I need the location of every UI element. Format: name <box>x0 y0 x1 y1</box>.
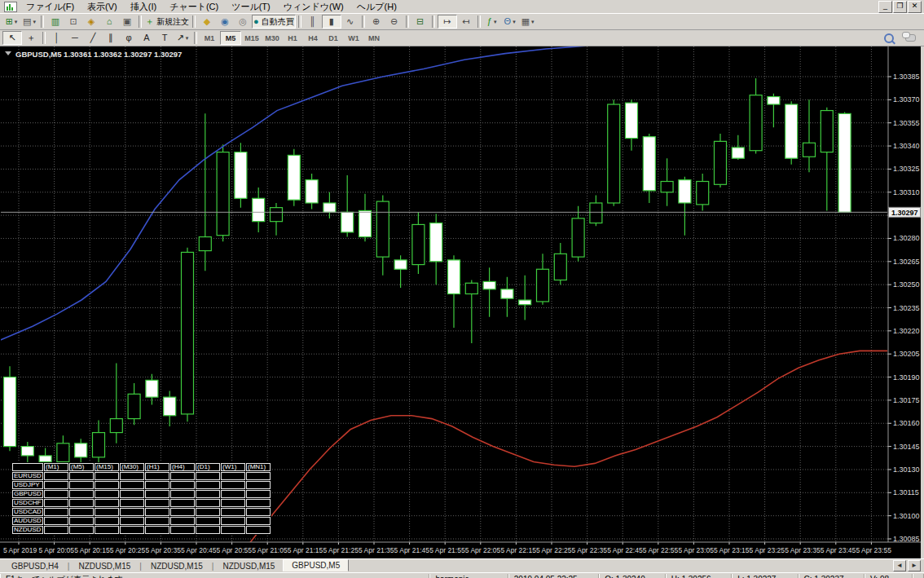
arrows-icon: ↗ <box>177 33 184 42</box>
metaeditor-button[interactable]: ◆ <box>198 15 216 29</box>
tile-windows-button[interactable]: ⊟ <box>411 15 429 29</box>
signals-icon: ◎ <box>239 17 247 26</box>
cursor-button[interactable]: ↖ <box>2 31 22 45</box>
arrows-button[interactable]: ↗▾ <box>174 31 191 45</box>
time-axis-label: 5 Apr 20:05 <box>39 546 75 554</box>
text-label-button[interactable]: T <box>156 31 174 45</box>
experts-button[interactable]: ◉ <box>216 15 234 29</box>
text-button[interactable]: A <box>138 31 156 45</box>
community-chat-icon[interactable] <box>905 34 916 42</box>
quote-table-row: EURUSD <box>12 472 271 480</box>
auto-trading-button[interactable]: ●自動売買 <box>252 15 296 29</box>
chart-shift-button[interactable]: ↤ <box>457 15 475 29</box>
toolbar-separator <box>194 32 197 44</box>
chart-window[interactable]: 1.303851.303701.303551.303401.303251.303… <box>0 46 921 558</box>
fibonacci-icon: φ <box>125 33 131 42</box>
window-controls: _ ❐ ✕ <box>878 1 924 13</box>
quote-table-cell <box>221 526 245 534</box>
quote-table-cell <box>170 481 195 489</box>
chart-tab-0[interactable]: GBPUSD,H4 <box>3 561 67 571</box>
menu-item-5[interactable]: ウィンドウ(W) <box>277 1 350 12</box>
candlestick-mode-button[interactable]: ▮ <box>322 15 341 29</box>
status-profile[interactable]: harmonic <box>429 574 508 578</box>
quote-table-cell <box>196 472 220 480</box>
vertical-line-button[interactable]: │ <box>48 31 66 45</box>
toolbar-separator <box>41 15 44 28</box>
navigator-button[interactable]: ◈ <box>82 15 100 29</box>
bar-chart-mode-button[interactable]: ║ <box>304 15 322 29</box>
menu-item-3[interactable]: チャート(C) <box>163 1 225 12</box>
terminal-button[interactable]: ⌂ <box>100 15 118 29</box>
time-axis-label: 5 Apr 22:35 <box>572 546 608 554</box>
time-axis-label: 5 Apr 20:35 <box>145 546 181 554</box>
profiles-button[interactable]: ▤▾ <box>20 15 38 29</box>
toolbar-separator <box>192 15 196 28</box>
search-icon[interactable] <box>884 33 894 43</box>
metaeditor-icon: ◆ <box>204 17 210 26</box>
market-watch-button[interactable]: ▥ <box>46 15 64 29</box>
menu-item-4[interactable]: ツール(T) <box>225 1 277 12</box>
auto-trading-label: 自動売買 <box>262 16 294 28</box>
periods-button[interactable]: Θ▾ <box>501 15 519 29</box>
tab-scroll-right-icon[interactable]: ► <box>908 560 921 571</box>
new-chart-button[interactable]: ⊞▾ <box>2 15 20 29</box>
chart-tab-3[interactable]: NZDUSD,M15 <box>214 561 283 571</box>
crosshair-icon: ＋ <box>27 33 36 42</box>
price-axis-label: 1.30355 <box>893 119 920 127</box>
timeframe-h1-button[interactable]: H1 <box>283 32 302 44</box>
chevron-down-icon: ▾ <box>531 19 535 25</box>
quote-table-cell <box>221 499 245 507</box>
chevron-down-icon: ▾ <box>186 35 189 42</box>
toolbar-separator <box>432 15 435 28</box>
line-chart-mode-button[interactable]: ∿ <box>341 15 359 29</box>
menu-item-2[interactable]: 挿入(I) <box>124 1 163 12</box>
quote-table-cell <box>221 490 245 498</box>
restore-button[interactable]: ❐ <box>893 1 907 13</box>
quote-table-cell <box>120 472 144 480</box>
strategy-tester-button[interactable]: ▣ <box>118 15 136 29</box>
chart-tab-4[interactable]: GBPUSD,M5 <box>283 559 349 571</box>
quote-table-cell <box>246 481 271 489</box>
quote-table-row: USDCHF <box>12 499 271 507</box>
equidistant-channel-button[interactable]: ∥ <box>102 31 120 45</box>
zoom-in-button[interactable]: ⊕ <box>367 15 385 29</box>
price-axis-label: 1.30385 <box>893 73 920 81</box>
zoom-out-button[interactable]: ⊖ <box>385 15 403 29</box>
quote-table-header-9: (MN1) <box>246 463 271 471</box>
new-order-button[interactable]: ＋新規注文 <box>144 15 190 29</box>
timeframe-m5-button[interactable]: M5 <box>220 31 241 45</box>
timeframe-m30-button[interactable]: M30 <box>262 32 282 44</box>
close-button[interactable]: ✕ <box>908 1 922 13</box>
price-axis-label: 1.30370 <box>893 95 920 104</box>
menu-item-0[interactable]: ファイル(F) <box>20 1 81 12</box>
timeframe-d1-button[interactable]: D1 <box>323 32 343 44</box>
trendline-button[interactable]: ╱ <box>84 31 102 45</box>
time-axis-label: 5 Apr 21:15 <box>288 546 323 554</box>
timeframe-m15-button[interactable]: M15 <box>242 32 262 44</box>
templates-button[interactable]: ▦▾ <box>519 15 537 29</box>
indicators-button[interactable]: ƒ▾ <box>483 15 501 29</box>
quote-table-cell <box>196 490 220 498</box>
menu-item-6[interactable]: ヘルプ(H) <box>350 1 403 12</box>
timeframe-mn-button[interactable]: MN <box>364 32 384 44</box>
status-open-value: O: 1.30240 <box>599 574 665 578</box>
timeframe-m1-button[interactable]: M1 <box>200 32 219 44</box>
chart-tab-1[interactable]: NZDUSD,M15 <box>70 561 139 571</box>
menu-item-1[interactable]: 表示(V) <box>81 1 124 12</box>
chart-title: GBPUSD,M5 1.30361 1.30362 1.30297 1.3029… <box>15 50 182 59</box>
chart-tab-2[interactable]: NZDUSD,M15 <box>143 561 211 571</box>
tab-scroll-left-icon[interactable]: ◄ <box>893 560 906 571</box>
timeframe-h4-button[interactable]: H4 <box>303 32 323 44</box>
quote-table-cell <box>69 472 94 480</box>
horizontal-line-button[interactable]: ─ <box>66 31 84 45</box>
market-watch-icon: ▥ <box>51 17 59 26</box>
minimize-button[interactable]: _ <box>878 1 892 13</box>
auto-scroll-button[interactable]: ↦ <box>438 15 457 29</box>
quote-table-cell <box>221 481 245 489</box>
data-window-button[interactable]: ⊡ <box>64 15 82 29</box>
signals-button[interactable]: ◎ <box>234 15 252 29</box>
quote-table-cell <box>221 472 245 480</box>
crosshair-button[interactable]: ＋ <box>22 31 40 45</box>
fibonacci-button[interactable]: φ <box>120 31 138 45</box>
timeframe-w1-button[interactable]: W1 <box>344 32 363 44</box>
